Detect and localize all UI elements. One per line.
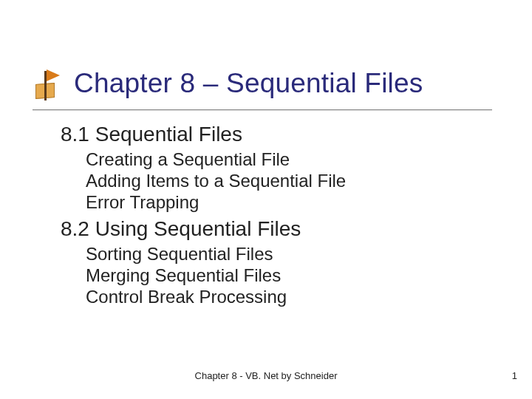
section-item: Merging Sequential Files: [86, 265, 497, 286]
page-number: 1: [512, 370, 517, 381]
section-item: Adding Items to a Sequential File: [86, 171, 497, 191]
slide: Chapter 8 – Sequential Files 8.1 Sequent…: [0, 0, 532, 399]
slide-title: Chapter 8 – Sequential Files: [74, 68, 423, 99]
slide-body: 8.1 Sequential Files Creating a Sequenti…: [61, 118, 497, 308]
footer-text: Chapter 8 - VB. Net by Schneider: [0, 370, 532, 381]
flag-logo-icon: [35, 58, 65, 100]
section-item: Sorting Sequential Files: [86, 244, 497, 265]
section-item: Error Trapping: [86, 192, 497, 213]
section-heading: 8.1 Sequential Files: [61, 123, 497, 146]
section-heading: 8.2 Using Sequential Files: [61, 217, 497, 241]
section-item: Control Break Processing: [86, 287, 497, 307]
section-item: Creating a Sequential File: [86, 149, 497, 170]
title-underline: [33, 109, 492, 111]
